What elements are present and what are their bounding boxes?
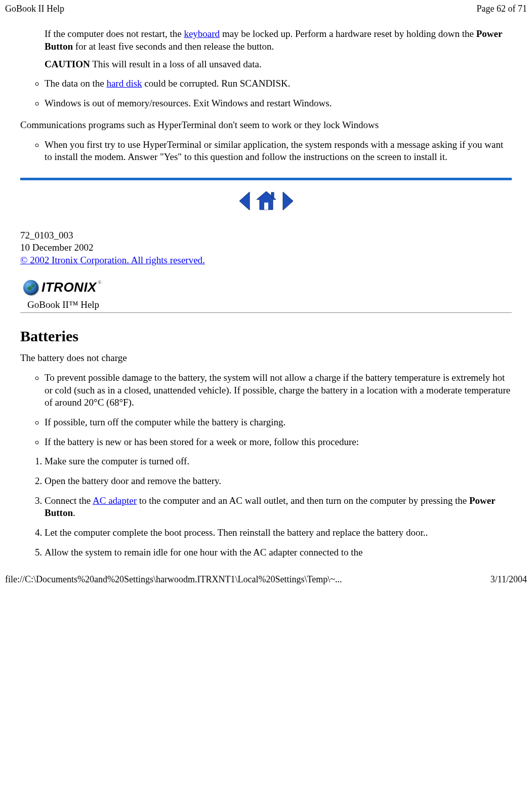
brand-block: ITRONIX® GoBook II™ Help <box>20 276 512 313</box>
svg-marker-4 <box>283 192 293 210</box>
next-page-icon[interactable] <box>281 191 295 215</box>
svg-marker-0 <box>239 192 250 210</box>
header-title: GoBook II Help <box>5 3 64 15</box>
list-item: When you first try to use HyperTerminal … <box>45 139 512 164</box>
copyright-link[interactable]: © 2002 Itronix Corporation. All rights r… <box>20 255 205 265</box>
page-header: GoBook II Help Page 62 of 71 <box>0 0 532 18</box>
intro-paragraph-1: If the computer does not restart, the ke… <box>45 28 512 53</box>
list-item: Windows is out of memory/resources. Exit… <box>45 97 512 110</box>
doc-date: 10 December 2002 <box>20 242 512 254</box>
caution-label: CAUTION <box>45 59 90 69</box>
list-item: Connect the AC adapter to the computer a… <box>45 495 512 520</box>
text-fragment: If the computer does not restart, the <box>45 28 184 39</box>
list-item: The data on the hard disk could be corru… <box>45 77 512 90</box>
text-fragment: The data on the <box>45 78 106 89</box>
list-item: Let the computer complete the boot proce… <box>45 527 512 539</box>
list-item: To prevent possible damage to the batter… <box>45 372 512 409</box>
comm-programs-list: When you first try to use HyperTerminal … <box>20 139 512 164</box>
hard-disk-link[interactable]: hard disk <box>106 78 142 89</box>
footer-date: 3/11/2004 <box>490 574 527 585</box>
doc-metadata: 72_0103_003 10 December 2002 © 2002 Itro… <box>20 229 512 267</box>
batteries-intro: The battery does not charge <box>20 352 512 365</box>
keyboard-link[interactable]: keyboard <box>184 28 220 39</box>
text-fragment: . <box>73 507 75 518</box>
text-fragment: Connect the <box>45 495 93 506</box>
restart-issues-list: The data on the hard disk could be corru… <box>20 77 512 109</box>
ac-adapter-link[interactable]: AC adapter <box>93 495 137 506</box>
brand-subtitle: GoBook II™ Help <box>20 296 512 313</box>
svg-rect-2 <box>264 203 268 210</box>
list-item: Make sure the computer is turned off. <box>45 455 512 468</box>
list-item: Allow the system to remain idle for one … <box>45 546 512 559</box>
comm-programs-paragraph: Communications programs such as HyperTer… <box>20 119 512 132</box>
list-item: If possible, turn off the computer while… <box>45 416 512 429</box>
list-item: If the battery is new or has been stored… <box>45 436 512 449</box>
registered-mark: ® <box>98 280 102 285</box>
doc-number: 72_0103_003 <box>20 229 512 242</box>
text-fragment: could be corrupted. Run SCANDISK. <box>142 78 291 89</box>
brand-name: ITRONIX® <box>42 279 102 296</box>
batteries-procedure-list: Make sure the computer is turned off. Op… <box>20 455 512 559</box>
text-fragment: for at least five seconds and then relea… <box>73 41 274 52</box>
header-page-number: Page 62 of 71 <box>477 3 527 15</box>
prev-page-icon[interactable] <box>237 191 252 215</box>
brand-name-text: ITRONIX <box>42 280 97 295</box>
batteries-advice-list: To prevent possible damage to the batter… <box>20 372 512 448</box>
section-divider <box>20 178 512 180</box>
caution-text: This will result in a loss of all unsave… <box>90 59 262 69</box>
list-item: Open the battery door and remove the bat… <box>45 475 512 488</box>
home-icon[interactable] <box>255 189 278 216</box>
caution-paragraph: CAUTION This will result in a loss of al… <box>45 58 512 71</box>
page-footer: file://C:\Documents%20and%20Settings\har… <box>0 571 532 588</box>
nav-icons-row <box>20 189 512 216</box>
text-fragment: to the computer and an AC wall outlet, a… <box>137 495 469 506</box>
text-fragment: may be locked up. Perform a hardware res… <box>220 28 476 39</box>
svg-rect-3 <box>271 192 274 197</box>
intro-block: If the computer does not restart, the ke… <box>45 28 512 70</box>
section-heading-batteries: Batteries <box>20 326 512 346</box>
footer-path: file://C:\Documents%20and%20Settings\har… <box>5 574 342 585</box>
page-body: If the computer does not restart, the ke… <box>0 18 532 571</box>
globe-icon <box>23 280 38 295</box>
